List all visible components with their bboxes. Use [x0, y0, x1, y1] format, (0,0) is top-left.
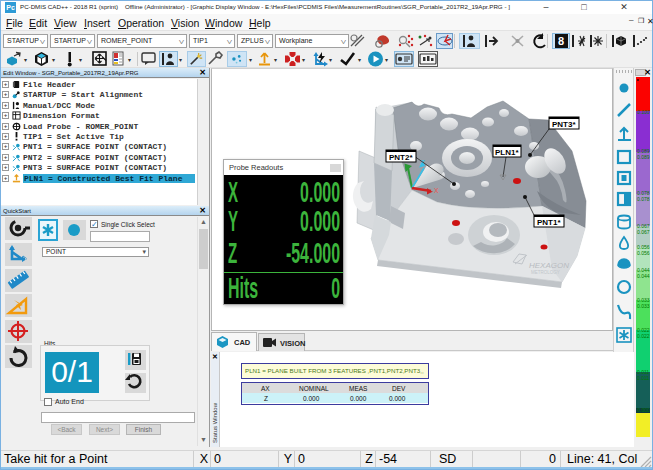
- svg-text:Z: Z: [420, 158, 425, 167]
- svg-text:METROLOGY: METROLOGY: [531, 270, 560, 275]
- svg-text:0.000: 0.000: [300, 176, 340, 208]
- svg-text:0: 0: [331, 272, 340, 304]
- svg-text:8: 8: [558, 35, 564, 47]
- svg-text:PNT1*: PNT1*: [537, 218, 561, 227]
- svg-text:PLN1*: PLN1*: [495, 148, 519, 157]
- svg-text:X: X: [228, 176, 238, 209]
- svg-text:Z: Z: [228, 237, 237, 270]
- svg-text:PNT3*: PNT3*: [552, 120, 576, 129]
- svg-text:-54.000: -54.000: [286, 237, 340, 269]
- svg-text:Hits: Hits: [228, 272, 258, 304]
- svg-text:x: x: [434, 185, 439, 195]
- svg-text:Y: Y: [228, 205, 238, 238]
- svg-text:PNT2*: PNT2*: [389, 153, 413, 162]
- svg-text:HEXAGON: HEXAGON: [529, 261, 569, 270]
- svg-text:0.000: 0.000: [300, 205, 340, 237]
